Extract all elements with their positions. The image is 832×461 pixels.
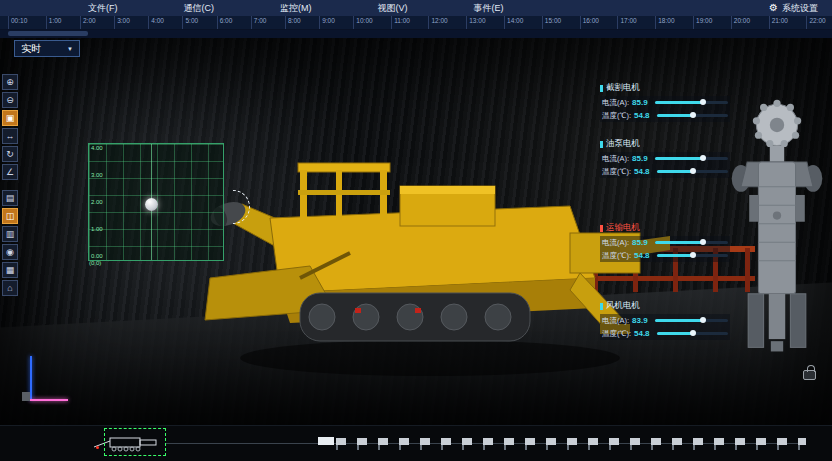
measure-icon[interactable]: ∠ (2, 164, 18, 180)
motor-panel-cutting: 截割电机 电流(A): 85.9 温度(℃): 54.8 (600, 82, 730, 122)
mode-label: 实时 (21, 42, 41, 56)
system-settings-label: 系统设置 (782, 2, 818, 15)
ruler-tick: 21:00 (769, 16, 788, 29)
axis-x-indicator (30, 399, 68, 401)
ruler-tick: 7:00 (251, 16, 267, 29)
zoom-in-icon[interactable]: ⊕ (2, 74, 18, 90)
focus-icon[interactable]: ◉ (2, 244, 18, 260)
side-view-icon[interactable]: ◫ (2, 208, 18, 224)
machine-schematic (730, 92, 824, 384)
ruler-tick: 11:00 (391, 16, 410, 29)
mode-dropdown[interactable]: 实时 ▼ (14, 40, 80, 57)
current-bar (655, 241, 728, 244)
ruler-tick: 3:00 (114, 16, 130, 29)
temp-value: 54.8 (634, 329, 654, 338)
ruler-tick: 1:00 (46, 16, 62, 29)
motor-title: 运输电机 (600, 222, 730, 234)
ruler-tick: 12:00 (428, 16, 447, 29)
ruler-tick: 9:00 (319, 16, 335, 29)
conveyor-segment-legs (336, 445, 806, 450)
motor-title: 油泵电机 (600, 138, 730, 150)
grid-y-label: 1.00 (91, 226, 103, 232)
axis-y-indicator (30, 356, 32, 400)
pan-icon[interactable]: ↔ (2, 128, 18, 144)
rotate-icon[interactable]: ↻ (2, 146, 18, 162)
scene-viewport[interactable]: 4.003.002.001.000.00 (0,0) 截割电机 电流(A): 8… (0, 38, 832, 425)
motor-panel-oil-pump: 油泵电机 电流(A): 85.9 温度(℃): 54.8 (600, 138, 730, 178)
menu-item[interactable]: 事件(E) (474, 2, 504, 15)
conveyor-bridge-head (318, 437, 334, 445)
alert-dot (96, 446, 99, 449)
temp-label: 温度(℃): (602, 329, 631, 339)
timeline-scroll-handle[interactable] (8, 31, 88, 36)
current-value: 85.9 (632, 154, 652, 163)
motor-panel-fan: 风机电机 电流(A): 83.9 温度(℃): 54.8 (600, 300, 730, 340)
menu-item[interactable]: 文件(F) (88, 2, 118, 15)
temp-bar (657, 254, 728, 257)
timeline-ruler[interactable]: 00:101:002:003:004:005:006:007:008:009:0… (0, 16, 832, 30)
grid-y-label: 3.00 (91, 172, 103, 178)
current-value: 85.9 (632, 98, 652, 107)
current-value: 83.9 (632, 316, 652, 325)
temp-label: 温度(℃): (602, 251, 631, 261)
ruler-tick: 13:00 (466, 16, 485, 29)
timeline-scrollbar[interactable] (0, 30, 832, 38)
motor-panel-transport: 运输电机 电流(A): 85.9 温度(℃): 54.8 (600, 222, 730, 262)
home-view-icon[interactable]: ⌂ (2, 280, 18, 296)
position-grid-panel: 4.003.002.001.000.00 (0,0) (88, 143, 224, 261)
view-toolbar: ⊕ ⊖ ▣ ↔ ↻ ∠ ▤ ◫ ▥ ◉ ▦ ⌂ (2, 74, 18, 296)
ruler-tick: 20:00 (731, 16, 750, 29)
front-view-icon[interactable]: ▤ (2, 190, 18, 206)
ruler-tick: 10:00 (353, 16, 372, 29)
ruler-tick: 5:00 (182, 16, 198, 29)
app-window: 文件(F)通信(C)监控(M)视图(V)事件(E) ⚙ 系统设置 00:101:… (0, 0, 832, 461)
current-label: 电流(A): (602, 316, 629, 326)
temp-value: 54.8 (634, 167, 654, 176)
gear-icon[interactable]: ⚙ (769, 3, 778, 13)
lock-icon[interactable] (803, 370, 816, 380)
current-value: 85.9 (632, 238, 652, 247)
cutting-head-marker (145, 198, 158, 211)
menu-item[interactable]: 监控(M) (280, 2, 312, 15)
overview-selection-box[interactable] (104, 428, 166, 456)
conveyor-segments (336, 438, 806, 445)
roadheader-machine[interactable] (150, 158, 670, 408)
ruler-tick: 4:00 (148, 16, 164, 29)
axis-origin-box (22, 392, 30, 401)
menu-items: 文件(F)通信(C)监控(M)视图(V)事件(E) (88, 2, 504, 15)
ruler-tick: 00:10 (8, 16, 27, 29)
current-bar (655, 101, 728, 104)
current-bar (655, 319, 728, 322)
temp-label: 温度(℃): (602, 167, 631, 177)
chevron-down-icon: ▼ (67, 46, 73, 52)
ruler-tick: 16:00 (580, 16, 599, 29)
grid-y-label: 4.00 (91, 145, 103, 151)
menu-item[interactable]: 通信(C) (184, 2, 215, 15)
temp-label: 温度(℃): (602, 111, 631, 121)
axes-indicator (22, 356, 72, 406)
temp-bar (657, 332, 728, 335)
layers-icon[interactable]: ▦ (2, 262, 18, 278)
motor-title: 风机电机 (600, 300, 730, 312)
grid-y-label: 2.00 (91, 199, 103, 205)
top-view-icon[interactable]: ▥ (2, 226, 18, 242)
fit-view-icon[interactable]: ▣ (2, 110, 18, 126)
ruler-tick: 19:00 (693, 16, 712, 29)
temp-value: 54.8 (634, 251, 654, 260)
ruler-tick: 8:00 (285, 16, 301, 29)
motor-title: 截割电机 (600, 82, 730, 94)
temp-bar (657, 170, 728, 173)
current-label: 电流(A): (602, 238, 629, 248)
menubar: 文件(F)通信(C)监控(M)视图(V)事件(E) ⚙ 系统设置 (0, 0, 832, 16)
system-settings-button[interactable]: ⚙ 系统设置 (769, 2, 818, 15)
temp-value: 54.8 (634, 111, 654, 120)
ruler-tick: 17:00 (617, 16, 636, 29)
ruler-tick: 2:00 (80, 16, 96, 29)
ruler-tick: 6:00 (217, 16, 233, 29)
menu-item[interactable]: 视图(V) (378, 2, 408, 15)
grid-y-label: 0.00 (91, 253, 103, 259)
current-bar (655, 157, 728, 160)
zoom-out-icon[interactable]: ⊖ (2, 92, 18, 108)
current-label: 电流(A): (602, 98, 629, 108)
ruler-tick: 22:00 (806, 16, 825, 29)
